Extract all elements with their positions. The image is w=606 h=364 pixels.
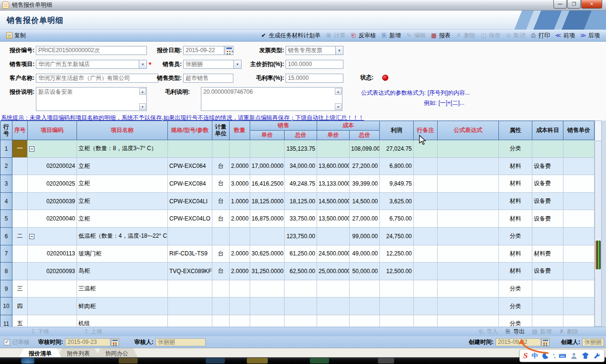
row-number-cell[interactable]: 6 [0,227,12,245]
code-cell[interactable]: − [28,227,77,245]
sogou-logo[interactable]: S [523,351,528,361]
seq-cell[interactable] [12,210,28,228]
audit-time-input[interactable]: 2015-09-23 [65,338,110,346]
row-number-cell[interactable]: 4 [0,192,12,210]
keyboard-icon[interactable] [559,352,566,360]
gross-margin-input[interactable]: 15.0000 [286,74,343,83]
punctuation-toggle[interactable]: ’, [553,353,555,359]
seq-cell[interactable] [12,157,28,175]
chevron-down-icon[interactable]: ▼ [139,60,146,68]
tab-attachment-list[interactable]: 附件列表 [57,348,99,357]
row-number-cell[interactable]: 5 [0,210,12,228]
code-cell[interactable] [28,315,77,327]
taskbar-app-icon[interactable] [310,358,329,364]
code-cell[interactable]: 020200024 [28,157,77,175]
sales-project-select[interactable]: 华润广州五羊新城店▼ [36,60,147,69]
row-number-cell[interactable]: 7 [0,245,12,263]
seq-cell[interactable]: 二 [12,227,28,245]
move-down-button[interactable]: ↧下移 [30,328,49,336]
row-number-cell[interactable]: 1 [0,140,12,158]
restore-button[interactable]: ❐ [567,0,581,9]
row-number-cell[interactable]: 10 [0,298,12,315]
customer-name-input[interactable]: 华润万家生活超市（广州）有限公司 [36,74,158,83]
quote-note-textarea[interactable]: 新店设备安装▲▼ [36,87,147,111]
seq-cell[interactable]: 五 [12,315,28,327]
salesperson-select[interactable]: 张丽丽▼ [183,60,242,69]
copy-button[interactable]: 复制 [4,31,28,41]
scroll-down-icon[interactable]: ▼ [139,103,146,110]
import-button[interactable]: ⎗导入 [478,328,498,336]
audited-checkbox[interactable] [4,339,10,345]
seq-cell[interactable]: 一 [12,140,28,158]
generate-task-material-plan-button[interactable]: ✔生成任务材料计划单 [258,31,323,41]
skin-shirt-icon[interactable] [582,352,589,360]
tab-quote-list[interactable]: 报价清单 [19,348,61,357]
row-number-cell[interactable]: 11 [0,315,12,327]
scroll-up-icon[interactable]: ▲ [139,88,146,95]
row-number-cell[interactable]: 3 [0,175,12,193]
code-cell[interactable]: − [28,140,77,158]
wrench-settings-icon[interactable] [593,352,601,360]
create-time-calendar-icon[interactable] [541,338,550,346]
delete-button[interactable]: ✗删除 [453,31,478,41]
prev-item-button[interactable]: ≪前项 [552,31,577,41]
export-button[interactable]: ⎘导出 [505,328,525,336]
row-delete-button[interactable]: ✗删除 [558,328,578,336]
audit-time-calendar-icon[interactable] [111,338,119,346]
create-time-input[interactable]: 2015-09-22 [496,338,541,346]
scroll-down-icon[interactable]: ▼ [335,103,342,110]
collapse-icon[interactable]: − [29,234,34,239]
move-up-button[interactable]: ↥上移 [83,328,102,336]
invoice-type-select[interactable]: 销售专用发票▼ [286,46,343,55]
seq-cell[interactable] [12,263,28,280]
reverse-audit-button[interactable]: ⎗反审核 [348,31,378,41]
row-number-cell[interactable]: 9 [0,280,12,298]
margin-note-textarea[interactable]: 20.0000009746706▲▼ [201,87,342,111]
row-add-button[interactable]: ▤新增 [531,328,551,336]
row-number-cell[interactable]: 8 [0,263,12,280]
edit-button[interactable]: ✎编辑 [403,31,428,41]
seq-cell[interactable]: 三 [12,280,28,298]
minimize-button[interactable]: — [553,0,567,9]
user-icon[interactable] [570,352,578,360]
cancel-button[interactable]: ⊘取消 [503,31,528,41]
chinese-mode-toggle[interactable]: 中 [531,352,538,360]
start-orb-icon[interactable] [21,358,34,364]
chevron-down-icon[interactable]: ▼ [335,46,343,55]
next-item-button[interactable]: ≫后项 [577,31,602,41]
taskbar-app-icon[interactable] [119,358,138,364]
seq-cell[interactable] [12,175,28,193]
quote-no-input[interactable]: PRICE201500000002次 [36,46,147,55]
seq-cell[interactable] [12,192,28,210]
print-button[interactable]: ⎙打印 [528,31,552,41]
seq-cell[interactable]: 四 [12,298,28,315]
calculate-button[interactable]: ⊞计算 [323,31,348,41]
taskbar-app-icon[interactable] [206,358,225,364]
taskbar-app-icon[interactable] [247,358,268,364]
code-cell[interactable] [28,280,77,298]
code-cell[interactable]: 020200025 [28,175,77,193]
collapse-icon[interactable]: − [29,146,34,152]
code-cell[interactable]: 020200093 [28,263,77,280]
code-cell[interactable]: 020200113 [28,245,77,263]
price-discount-input[interactable]: 100.0000 [286,60,343,69]
code-cell[interactable]: 020200039 [28,192,77,210]
tab-collaboration[interactable]: 协同办公 [96,348,138,357]
report-button[interactable]: ▦报表 [428,31,453,41]
taskbar-app-icon[interactable] [378,358,394,364]
auditor-input[interactable]: 张丽丽 [155,338,206,346]
quote-date-calendar-icon[interactable] [225,46,233,55]
close-button[interactable]: ✕ [581,0,602,9]
add-new-button[interactable]: ⎘新增 [378,31,403,41]
row-number-cell[interactable]: 2 [0,157,12,175]
code-cell[interactable] [28,298,77,315]
scroll-up-icon[interactable]: ▲ [335,88,342,95]
moon-icon[interactable] [541,352,549,360]
seq-cell[interactable] [12,245,28,263]
scrollbar-thumb[interactable] [595,241,601,269]
chevron-down-icon[interactable]: ▼ [233,60,241,68]
code-cell[interactable]: 020200040 [28,210,77,228]
creator-input[interactable]: 张丽丽 [582,338,604,346]
quote-date-input[interactable]: 2015-09-22 [183,46,224,55]
sales-type-input[interactable]: 超市销售 [183,74,233,83]
